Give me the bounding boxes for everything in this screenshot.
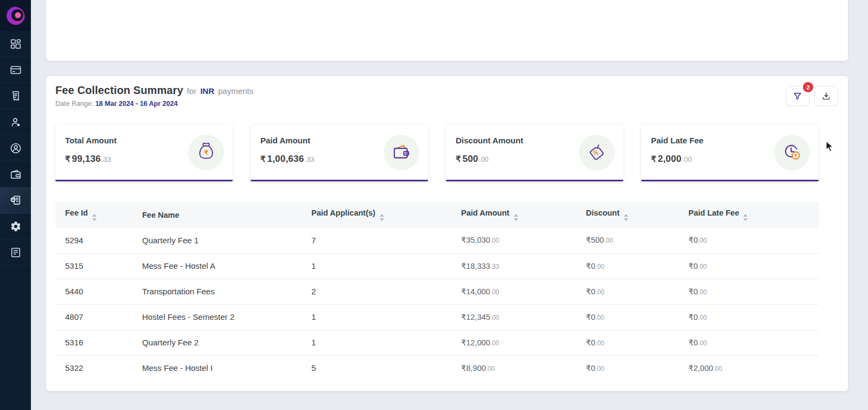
stat-amount-decimals: .33 bbox=[101, 155, 111, 163]
table-row: 5316 Quarterly Fee 2 1 ₹12,000.00 ₹0.00 … bbox=[55, 330, 819, 355]
stat-card-discount-amount: Discount Amount ₹ 500 .00 % bbox=[446, 125, 623, 181]
column-header-paid-amount[interactable]: Paid Amount bbox=[461, 202, 586, 228]
column-header-fee-name[interactable]: Fee Name bbox=[142, 202, 311, 228]
cell-fee-name: Quarterly Fee 1 bbox=[142, 228, 311, 253]
cell-paid-late-fee: ₹0.00 bbox=[688, 330, 819, 355]
dashboard-icon bbox=[10, 38, 22, 50]
cell-fee-id: 5440 bbox=[55, 279, 142, 304]
sort-icon bbox=[380, 214, 384, 221]
svg-text:₹: ₹ bbox=[794, 153, 797, 158]
stat-amount: 99,136 bbox=[72, 154, 101, 165]
cell-fee-id: 5316 bbox=[55, 330, 142, 355]
applicant-profile-icon bbox=[10, 142, 22, 154]
sidebar-item-applicants[interactable] bbox=[0, 135, 31, 161]
cell-paid-late-fee: ₹0.00 bbox=[688, 279, 819, 304]
cell-paid-applicants: 1 bbox=[311, 253, 461, 279]
sidebar-item-fee-collection[interactable] bbox=[0, 187, 31, 213]
title-for-text: for bbox=[187, 86, 197, 96]
cell-fee-id: 5315 bbox=[55, 253, 142, 279]
stat-card-total-amount: Total Amount ₹ 99,136 .33 ₹ bbox=[55, 125, 233, 181]
cell-paid-amount: ₹8,900.00 bbox=[461, 355, 586, 381]
cell-discount: ₹0.00 bbox=[586, 355, 688, 381]
brand-logo[interactable] bbox=[0, 0, 31, 31]
cell-fee-name: Quarterly Fee 2 bbox=[142, 330, 311, 355]
stat-amount-decimals: .00 bbox=[479, 155, 489, 163]
rupee-symbol: ₹ bbox=[456, 154, 461, 164]
sidebar bbox=[0, 0, 31, 410]
sidebar-item-payments[interactable] bbox=[0, 57, 31, 83]
cell-discount: ₹0.00 bbox=[586, 279, 688, 304]
wallet-icon bbox=[10, 168, 22, 180]
rupee-symbol: ₹ bbox=[260, 154, 266, 164]
cell-paid-applicants: 7 bbox=[311, 228, 461, 253]
cell-fee-name: Hostel Fees - Semester 2 bbox=[142, 304, 311, 330]
cell-discount: ₹500.00 bbox=[586, 228, 688, 253]
cell-paid-applicants: 2 bbox=[311, 279, 461, 304]
stat-amount-decimals: .33 bbox=[304, 155, 314, 163]
cell-paid-amount: ₹18,333.33 bbox=[461, 253, 586, 279]
cell-fee-id: 5322 bbox=[55, 355, 142, 381]
date-range-value: 18 Mar 2024 - 16 Apr 2024 bbox=[95, 100, 178, 108]
sidebar-item-settings[interactable] bbox=[0, 213, 31, 239]
table-row: 5322 Mess Fee - Hostel I 5 ₹8,900.00 ₹0.… bbox=[55, 355, 819, 381]
currency-label: INR bbox=[200, 86, 214, 96]
download-button[interactable] bbox=[814, 86, 838, 106]
cell-paid-amount: ₹12,000.00 bbox=[461, 330, 586, 355]
money-bag-icon: ₹ bbox=[195, 141, 218, 164]
fee-collection-icon bbox=[10, 194, 22, 206]
date-range-label: Date Range: bbox=[55, 100, 93, 108]
users-icon bbox=[10, 116, 22, 128]
top-content-card bbox=[46, 0, 848, 61]
stat-amount-decimals: .00 bbox=[682, 155, 692, 163]
download-icon bbox=[821, 91, 831, 101]
stat-label: Paid Amount bbox=[260, 136, 310, 145]
rupee-symbol: ₹ bbox=[65, 154, 71, 164]
cell-fee-name: Mess Fee - Hostel I bbox=[142, 355, 311, 381]
column-header-fee-id[interactable]: Fee Id bbox=[55, 202, 142, 228]
cell-discount: ₹0.00 bbox=[586, 304, 688, 330]
column-header-discount[interactable]: Discount bbox=[586, 202, 688, 228]
page-title: Fee Collection Summary bbox=[55, 84, 183, 97]
filter-funnel-icon bbox=[793, 91, 802, 101]
brand-logo-icon bbox=[6, 6, 25, 26]
stat-label: Total Amount bbox=[65, 136, 117, 145]
discount-tag-icon: % bbox=[585, 141, 608, 164]
sort-icon bbox=[514, 214, 518, 221]
payments-card-icon bbox=[10, 64, 22, 76]
cell-fee-name: Mess Fee - Hostel A bbox=[142, 253, 311, 279]
column-header-paid-late-fee[interactable]: Paid Late Fee bbox=[688, 202, 819, 228]
sidebar-item-receipts[interactable] bbox=[0, 83, 31, 109]
filter-count-badge: 2 bbox=[803, 82, 813, 92]
sidebar-item-users[interactable] bbox=[0, 109, 31, 135]
column-header-paid-applicants[interactable]: Paid Applicant(s) bbox=[311, 202, 461, 228]
stat-label: Paid Late Fee bbox=[651, 136, 704, 145]
sidebar-item-wallet[interactable] bbox=[0, 161, 31, 187]
cell-paid-applicants: 1 bbox=[311, 330, 461, 355]
cell-paid-late-fee: ₹0.00 bbox=[688, 228, 819, 253]
rupee-symbol: ₹ bbox=[651, 154, 656, 164]
cell-fee-name: Transportation Fees bbox=[142, 279, 311, 304]
cell-discount: ₹0.00 bbox=[586, 253, 688, 279]
summary-cards-row: Total Amount ₹ 99,136 .33 ₹ Paid Amount … bbox=[55, 125, 819, 181]
sidebar-item-dashboard[interactable] bbox=[0, 31, 31, 57]
svg-text:%: % bbox=[593, 149, 599, 155]
cell-fee-id: 4807 bbox=[55, 304, 142, 330]
sort-icon bbox=[92, 214, 97, 221]
title-payments-text: payments bbox=[218, 86, 253, 96]
stat-label: Discount Amount bbox=[456, 136, 523, 145]
table-row: 5315 Mess Fee - Hostel A 1 ₹18,333.33 ₹0… bbox=[55, 253, 819, 279]
svg-text:₹: ₹ bbox=[204, 149, 208, 156]
cell-discount: ₹0.00 bbox=[586, 330, 688, 355]
table-row: 5294 Quarterly Fee 1 7 ₹35,030.00 ₹500.0… bbox=[55, 228, 819, 253]
cell-paid-amount: ₹14,000.00 bbox=[461, 279, 586, 304]
filter-button[interactable]: 2 bbox=[786, 86, 809, 106]
stat-amount: 500 bbox=[463, 154, 478, 165]
cell-paid-applicants: 1 bbox=[311, 304, 461, 330]
table-row: 5440 Transportation Fees 2 ₹14,000.00 ₹0… bbox=[55, 279, 819, 304]
sidebar-item-reports[interactable] bbox=[0, 239, 31, 266]
stat-amount: 2,000 bbox=[658, 154, 682, 165]
receipt-icon bbox=[10, 90, 22, 102]
fee-summary-table: Fee Id Fee Name Paid Applicant(s) Paid A… bbox=[55, 202, 819, 381]
late-fee-clock-icon: ₹ bbox=[781, 141, 803, 164]
card-header: Fee Collection Summary for INR payments … bbox=[55, 84, 253, 108]
